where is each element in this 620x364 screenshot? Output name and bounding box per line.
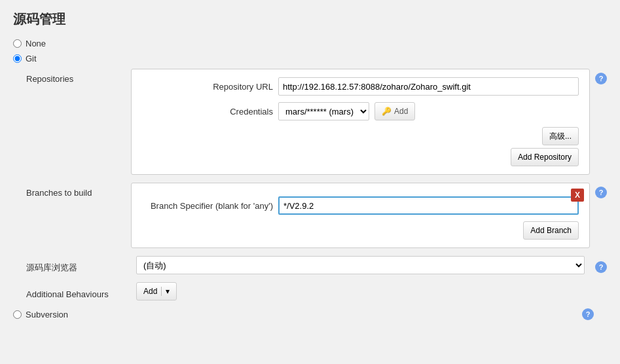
repositories-help-icon[interactable]: ? (595, 73, 607, 84)
add-behaviour-arrow: ▾ (161, 287, 170, 296)
subversion-radio[interactable] (13, 310, 22, 319)
none-radio[interactable] (13, 39, 22, 48)
none-label: None (26, 39, 46, 48)
add-branch-button[interactable]: Add Branch (523, 221, 579, 240)
subversion-label: Subversion (26, 310, 68, 319)
page-title: 源码管理 (13, 10, 607, 28)
add-credential-button[interactable]: 🔑 Add (374, 102, 415, 120)
branches-label: Branches to build (26, 183, 131, 198)
repo-url-label: Repository URL (142, 82, 273, 92)
branch-specifier-label: Branch Specifier (blank for 'any') (142, 201, 273, 211)
repo-url-input[interactable] (278, 77, 579, 96)
source-browser-help-icon[interactable]: ? (595, 261, 607, 273)
remove-branch-button[interactable]: X (571, 189, 584, 202)
git-label: Git (26, 54, 37, 64)
source-browser-label: 源码库浏览器 (26, 257, 131, 274)
add-behaviour-button[interactable]: Add ▾ (136, 282, 177, 300)
source-browser-select[interactable]: (自动) (136, 256, 585, 274)
add-behaviour-label: Add (143, 287, 157, 296)
repositories-section: Repository URL Credentials mars/****** (… (131, 69, 590, 175)
branches-section: X Branch Specifier (blank for 'any') Add… (131, 183, 590, 248)
git-radio[interactable] (13, 54, 22, 63)
subversion-help-icon[interactable]: ? (582, 308, 594, 320)
credentials-label: Credentials (142, 107, 273, 117)
add-repository-button[interactable]: Add Repository (511, 148, 579, 166)
branches-help-icon[interactable]: ? (595, 187, 607, 198)
additional-behaviours-label: Additional Behaviours (26, 284, 131, 299)
credentials-select[interactable]: mars/****** (mars) (278, 102, 369, 120)
branch-specifier-input[interactable] (278, 196, 579, 215)
advanced-button[interactable]: 高级... (542, 127, 579, 145)
repositories-label: Repositories (26, 69, 131, 84)
add-credential-label: Add (394, 107, 408, 116)
key-icon: 🔑 (382, 107, 392, 116)
